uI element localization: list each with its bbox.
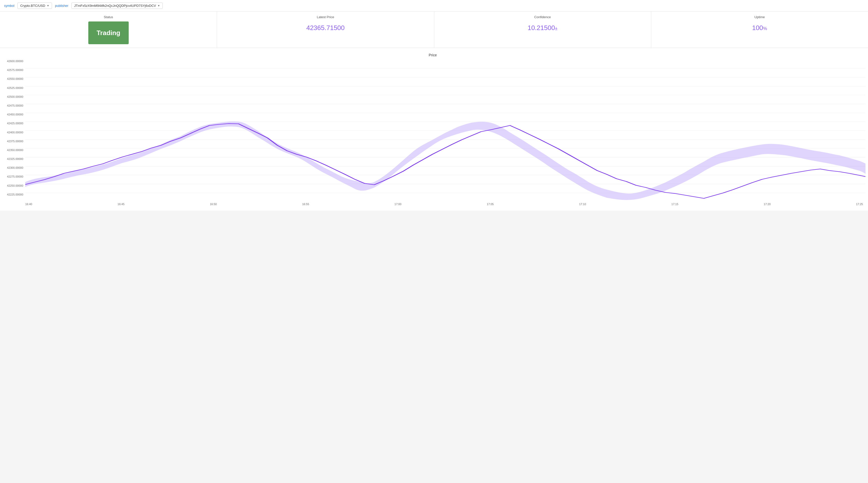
x-axis-label: 17:00 <box>394 203 401 206</box>
y-axis-label: 42575.00000 <box>2 68 23 72</box>
confidence-label: Confidence <box>439 15 646 19</box>
status-card: Status Trading <box>0 11 217 48</box>
x-axis-label: 17:25 <box>856 203 863 206</box>
status-value: Trading <box>97 29 120 37</box>
y-axis-label: 42300.00000 <box>2 166 23 169</box>
x-axis-label: 17:05 <box>487 203 494 206</box>
y-axis-label: 42400.00000 <box>2 131 23 134</box>
publisher-dropdown[interactable]: JTmFx5zX9mM94itfk2nQcJnQQDPjcv4UPD7SYj6x… <box>71 2 163 9</box>
y-axis-label: 42600.00000 <box>2 60 23 63</box>
price-label: Latest Price <box>222 15 429 19</box>
top-bar: symbol Crypto.BTC/USD ▼ publisher JTmFx5… <box>0 0 868 11</box>
x-axis-label: 17:10 <box>579 203 586 206</box>
status-label: Status <box>5 15 212 19</box>
confidence-card: Confidence 10.21500± <box>434 11 651 48</box>
confidence-value: 10.21500± <box>439 22 646 32</box>
price-value: 42365.71500 <box>222 22 429 32</box>
publisher-value: JTmFx5zX9mM94itfk2nQcJnQQDPjcv4UPD7SYj6x… <box>74 4 156 7</box>
price-chart-svg <box>25 60 866 201</box>
chart-area <box>25 60 866 201</box>
chevron-down-icon: ▼ <box>47 4 49 7</box>
uptime-label: Uptime <box>656 15 863 19</box>
publisher-label: publisher <box>55 4 68 7</box>
chevron-down-icon-2: ▼ <box>157 4 160 7</box>
chart-section: Price 42600.0000042575.0000042550.000004… <box>0 48 868 211</box>
y-axis-label: 42500.00000 <box>2 95 23 98</box>
symbol-value: Crypto.BTC/USD <box>20 4 45 7</box>
uptime-value: 100% <box>656 22 863 32</box>
y-axis-label: 42250.00000 <box>2 184 23 187</box>
y-axis-label: 42275.00000 <box>2 175 23 178</box>
x-axis-label: 16:40 <box>25 203 32 206</box>
y-axis-label: 42325.00000 <box>2 158 23 161</box>
y-axis-label: 42475.00000 <box>2 104 23 107</box>
stats-row: Status Trading Latest Price 42365.71500 … <box>0 11 868 48</box>
y-axis-label: 42350.00000 <box>2 148 23 151</box>
uptime-card: Uptime 100% <box>651 11 868 48</box>
y-axis-label: 42425.00000 <box>2 122 23 125</box>
y-axis-label: 42550.00000 <box>2 77 23 80</box>
status-badge: Trading <box>88 22 129 44</box>
price-card: Latest Price 42365.71500 <box>217 11 434 48</box>
y-axis-label: 42225.00000 <box>2 193 23 196</box>
y-axis-label: 42525.00000 <box>2 86 23 89</box>
x-axis-label: 16:50 <box>210 203 217 206</box>
chart-container: 42600.0000042575.0000042550.0000042525.0… <box>0 60 866 201</box>
y-axis-label: 42450.00000 <box>2 113 23 116</box>
chart-title: Price <box>0 53 866 57</box>
x-axis-label: 17:20 <box>764 203 771 206</box>
x-axis-label: 16:55 <box>302 203 309 206</box>
y-axis-label: 42375.00000 <box>2 140 23 143</box>
x-axis: 16:4016:4516:5016:5517:0017:0517:1017:15… <box>0 201 866 206</box>
confidence-band <box>25 121 866 200</box>
symbol-dropdown[interactable]: Crypto.BTC/USD ▼ <box>18 2 52 9</box>
y-axis: 42600.0000042575.0000042550.0000042525.0… <box>0 60 25 201</box>
symbol-label: symbol <box>4 4 14 7</box>
x-axis-label: 17:15 <box>672 203 679 206</box>
x-axis-label: 16:45 <box>118 203 125 206</box>
